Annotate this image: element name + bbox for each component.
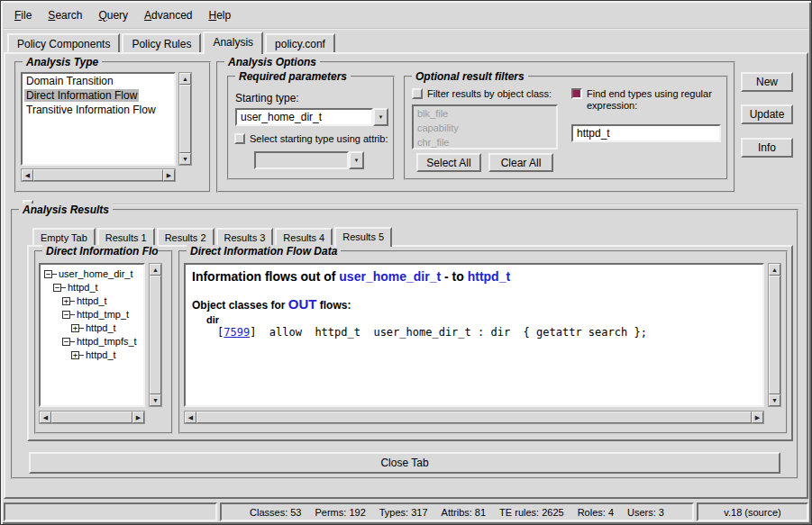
scroll-down-icon[interactable]: ▼ bbox=[179, 153, 191, 165]
scroll-left-icon[interactable]: ◀ bbox=[185, 412, 196, 423]
update-button[interactable]: Update bbox=[741, 104, 793, 124]
menu-help[interactable]: Help bbox=[200, 5, 239, 25]
menu-accelerator: F bbox=[14, 9, 21, 22]
result-tab-results-4[interactable]: Results 4 bbox=[275, 228, 333, 245]
expand-icon[interactable]: + bbox=[71, 324, 79, 332]
main-tabs: Policy ComponentsPolicy RulesAnalysispol… bbox=[7, 30, 337, 52]
menu-advanced[interactable]: Advanced bbox=[136, 5, 200, 25]
scrollbar-trough[interactable] bbox=[33, 169, 163, 181]
status-stats: Classes: 53Perms: 192Types: 317Attribs: … bbox=[220, 502, 694, 521]
scrollbar-thumb[interactable] bbox=[150, 276, 161, 394]
collapse-icon[interactable]: − bbox=[62, 338, 70, 346]
tree-vscrollbar[interactable]: ▲ ▼ bbox=[149, 263, 162, 407]
tab-policy-components[interactable]: Policy Components bbox=[7, 33, 120, 52]
expand-icon[interactable]: + bbox=[71, 351, 79, 359]
scrollbar-thumb[interactable] bbox=[769, 276, 780, 394]
tree-node[interactable]: +httpd_t bbox=[41, 294, 142, 308]
scrollbar-thumb[interactable] bbox=[196, 412, 752, 423]
tree-node[interactable]: −httpd_t bbox=[41, 281, 142, 294]
analysis-type-option[interactable]: Direct Information Flow bbox=[23, 88, 174, 103]
analysis-type-option[interactable]: Domain Transition bbox=[23, 74, 174, 88]
flow-data-text[interactable]: Information flows out of user_home_dir_t… bbox=[184, 263, 764, 407]
data-hscrollbar[interactable]: ◀ ▶ bbox=[184, 411, 764, 424]
scroll-right-icon[interactable]: ▶ bbox=[752, 412, 763, 423]
tree-node-label: httpd_t bbox=[66, 281, 98, 294]
analysis-type-list[interactable]: Domain TransitionDirect Information Flow… bbox=[21, 72, 176, 166]
tab-policy-rules[interactable]: Policy Rules bbox=[122, 33, 201, 52]
result-tab-results-5[interactable]: Results 5 bbox=[334, 227, 392, 247]
menu-search[interactable]: Search bbox=[40, 5, 90, 25]
analysis-type-vscrollbar[interactable]: ▲ ▼ bbox=[178, 72, 192, 166]
menu-file[interactable]: File bbox=[6, 5, 40, 25]
tree-node-label: httpd_t bbox=[84, 321, 116, 335]
tree-node-label: httpd_t bbox=[75, 294, 107, 308]
result-tab-results-1[interactable]: Results 1 bbox=[97, 228, 155, 245]
scroll-left-icon[interactable]: ◀ bbox=[40, 412, 51, 423]
analysis-type-option[interactable]: Transitive Information Flow bbox=[23, 103, 174, 117]
chevron-down-icon[interactable]: ▼ bbox=[373, 108, 388, 126]
tab-analysis[interactable]: Analysis bbox=[203, 32, 263, 54]
analysis-type-title: Analysis Type bbox=[23, 56, 102, 68]
object-class-option: chr_file bbox=[414, 135, 556, 149]
scroll-up-icon[interactable]: ▲ bbox=[150, 264, 161, 276]
result-tab-results-2[interactable]: Results 2 bbox=[157, 228, 214, 245]
collapse-icon[interactable]: − bbox=[44, 270, 52, 278]
object-class-option: capability bbox=[414, 121, 556, 135]
expand-icon[interactable]: + bbox=[62, 297, 70, 305]
tree-node[interactable]: −user_home_dir_t bbox=[41, 267, 142, 281]
scrollbar-trough[interactable] bbox=[769, 276, 780, 394]
status-stat: Roles: 4 bbox=[578, 507, 614, 518]
tree-node[interactable]: +httpd_t bbox=[41, 321, 142, 335]
tab-policy-conf[interactable]: policy.conf bbox=[265, 33, 335, 52]
clear-all-button[interactable]: Clear All bbox=[488, 153, 553, 172]
target-type: httpd_t bbox=[468, 269, 510, 284]
collapse-icon[interactable]: − bbox=[62, 311, 70, 319]
object-class-filter-label: Filter results by object class: bbox=[427, 88, 552, 100]
tree-node[interactable]: −httpd_tmp_t bbox=[41, 308, 142, 321]
rule-link[interactable]: 7599 bbox=[224, 326, 250, 339]
collapse-icon[interactable]: − bbox=[53, 284, 61, 292]
tree-node[interactable]: +httpd_t bbox=[41, 348, 142, 362]
attrib-combobox: ▼ bbox=[254, 151, 364, 169]
scrollbar-trough[interactable] bbox=[150, 276, 161, 394]
tree-node[interactable]: −httpd_tmpfs_t bbox=[41, 335, 142, 348]
regex-checkbox[interactable] bbox=[571, 88, 582, 99]
regex-input[interactable] bbox=[571, 124, 721, 142]
scroll-right-icon[interactable]: ▶ bbox=[132, 412, 144, 423]
object-class-filter-checkbox[interactable] bbox=[412, 88, 423, 99]
tree-node-label: httpd_t bbox=[84, 348, 116, 362]
classes-suffix: flows: bbox=[320, 299, 351, 312]
analysis-type-option-label: Direct Information Flow bbox=[24, 89, 139, 102]
flow-tree-title: Direct Information Flow T bbox=[42, 245, 158, 258]
status-stat: TE rules: 2625 bbox=[499, 507, 564, 518]
result-tab-empty-tab[interactable]: Empty Tab bbox=[32, 228, 96, 245]
menu-query[interactable]: Query bbox=[90, 5, 136, 25]
flow-tree[interactable]: −user_home_dir_t−httpd_t+httpd_t−httpd_t… bbox=[39, 263, 145, 407]
scrollbar-trough[interactable] bbox=[196, 412, 752, 423]
scroll-right-icon[interactable]: ▶ bbox=[163, 169, 175, 181]
menu-accelerator: S bbox=[48, 9, 55, 22]
data-vscrollbar[interactable]: ▲ ▼ bbox=[768, 263, 781, 407]
scrollbar-thumb[interactable] bbox=[51, 412, 132, 423]
select-all-button[interactable]: Select All bbox=[416, 153, 481, 172]
result-tab-results-3[interactable]: Results 3 bbox=[216, 228, 274, 245]
scroll-down-icon[interactable]: ▼ bbox=[769, 394, 780, 406]
tree-hscrollbar[interactable]: ◀ ▶ bbox=[39, 411, 145, 424]
scroll-up-icon[interactable]: ▲ bbox=[179, 73, 191, 85]
starting-type-combobox[interactable]: user_home_dir_t ▼ bbox=[235, 108, 388, 126]
scroll-down-icon[interactable]: ▼ bbox=[150, 394, 161, 406]
menu-accelerator: Q bbox=[98, 9, 106, 22]
close-tab-button[interactable]: Close Tab bbox=[29, 452, 780, 474]
starting-type-value[interactable]: user_home_dir_t bbox=[235, 108, 373, 126]
scrollbar-thumb[interactable] bbox=[179, 85, 191, 153]
analysis-type-hscrollbar[interactable]: ◀ ▶ bbox=[21, 168, 176, 182]
scroll-left-icon[interactable]: ◀ bbox=[22, 169, 33, 181]
new-button[interactable]: New bbox=[741, 72, 793, 92]
scrollbar-trough[interactable] bbox=[179, 85, 191, 153]
info-button[interactable]: Info bbox=[741, 138, 793, 158]
analysis-tab-panel: Analysis Type Domain TransitionDirect In… bbox=[4, 52, 808, 499]
scrollbar-thumb[interactable] bbox=[33, 169, 163, 181]
scrollbar-trough[interactable] bbox=[51, 412, 132, 423]
attrib-checkbox[interactable] bbox=[234, 133, 245, 144]
scroll-up-icon[interactable]: ▲ bbox=[769, 264, 780, 276]
